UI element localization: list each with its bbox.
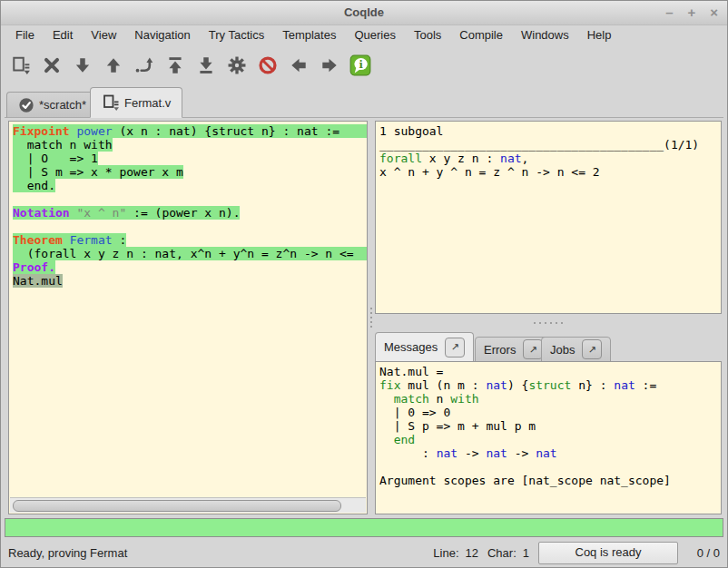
menu-item-templates[interactable]: Templates [273, 24, 345, 45]
svg-text:i: i [359, 58, 363, 71]
message-tab-bar: Messages ↗ Errors ↗ Jobs ↗ [375, 331, 722, 361]
file-save-icon [102, 93, 120, 112]
progress-gauge-fill [5, 519, 723, 536]
minimize-button[interactable]: – [665, 1, 673, 24]
gear-icon [227, 55, 247, 75]
check-circle-icon [18, 97, 34, 113]
menu-item-navigation[interactable]: Navigation [125, 24, 199, 45]
menu-item-try-tactics[interactable]: Try Tactics [200, 24, 273, 45]
tab-label: *scratch* [39, 98, 86, 112]
line-value: 12 [466, 546, 478, 560]
progress-gauge [5, 518, 723, 537]
tab-messages[interactable]: Messages ↗ [375, 332, 474, 362]
scrollbar-thumb[interactable] [13, 500, 341, 512]
maximize-button[interactable]: + [687, 1, 695, 24]
interrupt-button[interactable] [255, 54, 280, 78]
detach-arrow-icon: ↗ [451, 341, 459, 353]
arrow-to-bottom-icon [196, 55, 216, 75]
save-icon [11, 55, 31, 75]
menu-item-file[interactable]: File [6, 24, 44, 45]
tab-label: Jobs [550, 343, 575, 357]
forward-button[interactable] [317, 54, 341, 78]
about-coq-button[interactable]: i [348, 54, 372, 78]
goals-text: 1 subgoal_______________________________… [376, 122, 721, 179]
arrow-left-icon [289, 55, 309, 75]
char-label: Char: [487, 546, 516, 560]
char-value: 1 [523, 546, 529, 560]
detach-arrow-icon: ↗ [529, 344, 537, 356]
horizontal-splitter[interactable] [375, 314, 722, 331]
tab-fermat[interactable]: Fermat.v [90, 87, 182, 118]
menu-item-compile[interactable]: Compile [450, 24, 512, 45]
detach-arrow-icon: ↗ [588, 344, 596, 356]
tab-label: Fermat.v [124, 96, 171, 110]
close-x-icon [42, 55, 62, 75]
detach-messages-button[interactable]: ↗ [445, 338, 465, 357]
line-label: Line: [433, 546, 458, 560]
go-to-end-button[interactable] [193, 54, 218, 78]
status-bar: Ready, proving Fermat Line: 12 Char: 1 C… [1, 539, 727, 567]
worker-counters: 0 / 0 [689, 546, 720, 560]
make-button[interactable] [224, 54, 249, 78]
menu-item-edit[interactable]: Edit [44, 24, 82, 45]
vertical-splitter[interactable] [368, 121, 375, 514]
tab-scratch[interactable]: *scratch* [6, 92, 98, 118]
arrow-down-icon [73, 55, 93, 75]
document-tab-bar: *scratch* Fermat.v [5, 84, 723, 118]
arrow-right-icon [320, 55, 339, 75]
step-backward-button[interactable] [101, 54, 125, 78]
menu-item-queries[interactable]: Queries [345, 24, 405, 45]
menu-item-tools[interactable]: Tools [405, 24, 450, 45]
messages-text: Nat.mul =fix mul (n m : nat) {struct n} … [376, 362, 721, 487]
save-button[interactable] [8, 54, 33, 78]
window-controls: – + × [665, 1, 718, 24]
step-forward-button[interactable] [70, 54, 94, 78]
menu-item-windows[interactable]: Windows [512, 24, 578, 45]
toolbar: i [1, 48, 727, 83]
script-editor[interactable]: Fixpoint power (x n : nat) {struct n} : … [8, 121, 368, 514]
back-button[interactable] [286, 54, 310, 78]
window-title: CoqIde [1, 1, 727, 24]
coqide-window: CoqIde – + × File Edit View Navigation T… [0, 0, 728, 568]
title-bar[interactable]: CoqIde – + × [1, 1, 727, 25]
arrow-up-icon [103, 55, 123, 75]
info-bubble-icon: i [349, 54, 371, 76]
tab-jobs[interactable]: Jobs ↗ [541, 337, 611, 362]
tab-label: Messages [384, 340, 438, 354]
horizontal-scrollbar[interactable] [10, 497, 366, 513]
status-message: Ready, proving Fermat [8, 546, 433, 560]
messages-panel[interactable]: Nat.mul =fix mul (n m : nat) {struct n} … [375, 361, 722, 514]
close-doc-button[interactable] [39, 54, 64, 78]
tab-label: Errors [484, 343, 516, 357]
script-buffer[interactable]: Fixpoint power (x n : nat) {struct n} : … [9, 122, 367, 288]
arrow-to-top-icon [165, 55, 185, 75]
coq-state-indicator: Coq is ready [538, 542, 678, 564]
goals-panel[interactable]: 1 subgoal_______________________________… [375, 121, 722, 314]
detach-jobs-button[interactable]: ↗ [582, 339, 602, 359]
go-to-cursor-button[interactable] [132, 54, 156, 78]
close-button[interactable]: × [710, 1, 718, 24]
go-to-cursor-icon [134, 55, 154, 75]
menu-bar: File Edit View Navigation Try Tactics Te… [1, 24, 727, 45]
menu-item-help[interactable]: Help [578, 24, 621, 45]
no-entry-icon [258, 55, 278, 75]
menu-item-view[interactable]: View [82, 24, 125, 45]
go-to-start-button[interactable] [162, 54, 187, 78]
